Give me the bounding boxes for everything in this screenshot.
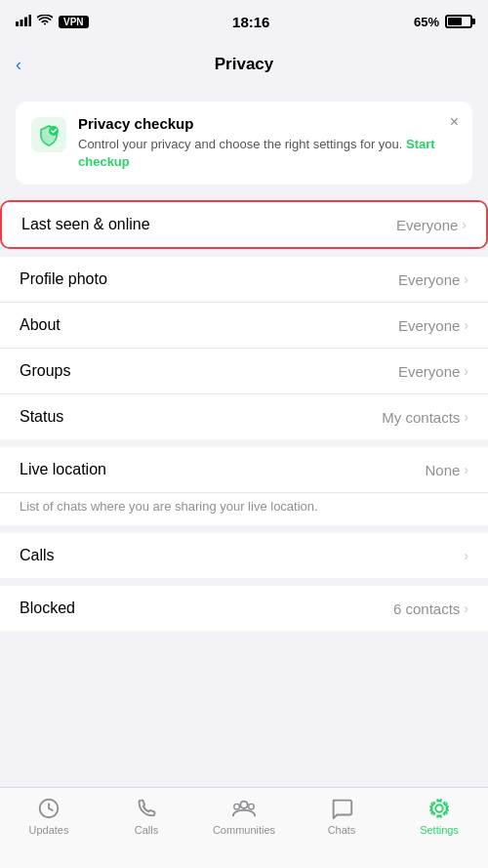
- last-seen-right: Everyone ›: [396, 217, 467, 233]
- tab-calls[interactable]: Calls: [98, 796, 195, 836]
- status-chevron: ›: [464, 409, 468, 425]
- svg-point-8: [234, 804, 240, 809]
- blocked-section: Blocked 6 contacts ›: [0, 586, 488, 631]
- profile-photo-value: Everyone: [398, 271, 460, 288]
- about-value: Everyone: [398, 317, 460, 334]
- calls-label: Calls: [20, 547, 55, 564]
- svg-point-10: [435, 805, 442, 811]
- live-location-right: None ›: [425, 462, 468, 478]
- blocked-item[interactable]: Blocked 6 contacts ›: [0, 586, 488, 631]
- battery-fill: [448, 18, 462, 25]
- groups-right: Everyone ›: [398, 363, 468, 380]
- updates-icon: [36, 796, 61, 821]
- calls-right: ›: [464, 548, 468, 563]
- blocked-right: 6 contacts ›: [393, 600, 468, 617]
- groups-label: Groups: [20, 362, 70, 380]
- profile-photo-chevron: ›: [464, 271, 468, 287]
- blocked-chevron: ›: [464, 600, 468, 616]
- tab-bar: Updates Calls Communities Chats: [0, 787, 488, 868]
- live-location-label: Live location: [20, 461, 106, 478]
- status-bar: VPN 18:16 65%: [0, 0, 488, 43]
- live-location-desc: List of chats where you are sharing your…: [0, 493, 488, 525]
- back-button[interactable]: ‹: [16, 55, 21, 75]
- profile-photo-right: Everyone ›: [398, 271, 468, 288]
- status-item[interactable]: Status My contacts ›: [0, 394, 488, 439]
- tab-chats-label: Chats: [328, 824, 356, 836]
- tab-updates[interactable]: Updates: [0, 796, 98, 836]
- page-title: Privacy: [215, 55, 274, 74]
- blocked-value: 6 contacts: [393, 600, 460, 617]
- last-seen-value: Everyone: [396, 217, 458, 233]
- status-left: VPN: [16, 15, 89, 29]
- tab-updates-label: Updates: [29, 824, 69, 836]
- communities-icon: [231, 796, 257, 821]
- about-item[interactable]: About Everyone ›: [0, 303, 488, 349]
- about-label: About: [20, 316, 61, 334]
- wifi-icon: [37, 15, 53, 29]
- live-location-section: Live location None › List of chats where…: [0, 447, 488, 525]
- status-right: My contacts ›: [382, 409, 468, 426]
- svg-rect-1: [20, 20, 23, 26]
- tab-chats[interactable]: Chats: [293, 796, 390, 836]
- status-time: 18:16: [232, 14, 269, 30]
- tab-communities-label: Communities: [213, 824, 275, 836]
- chats-icon: [329, 796, 354, 821]
- live-location-value: None: [425, 462, 460, 478]
- signal-icon: [16, 15, 31, 29]
- privacy-checkup-card: Privacy checkup Control your privacy and…: [16, 102, 472, 185]
- checkup-desc-text: Control your privacy and choose the righ…: [78, 137, 402, 151]
- calls-icon: [134, 796, 159, 821]
- last-seen-label: Last seen & online: [21, 216, 150, 233]
- calls-section: Calls ›: [0, 533, 488, 578]
- content-area: Privacy checkup Control your privacy and…: [0, 86, 488, 721]
- svg-point-7: [240, 802, 247, 808]
- status-label: Status: [20, 408, 63, 426]
- profile-photo-item[interactable]: Profile photo Everyone ›: [0, 257, 488, 303]
- svg-rect-0: [16, 21, 19, 26]
- tab-settings[interactable]: Settings: [390, 796, 488, 836]
- status-value: My contacts: [382, 409, 460, 426]
- profile-photo-label: Profile photo: [20, 270, 107, 288]
- tab-communities[interactable]: Communities: [195, 796, 293, 836]
- tab-calls-label: Calls: [135, 824, 158, 836]
- vpn-badge: VPN: [59, 16, 89, 28]
- status-right: 65%: [414, 15, 472, 29]
- blocked-label: Blocked: [20, 599, 75, 617]
- battery-percent: 65%: [414, 15, 439, 29]
- tab-settings-label: Settings: [420, 824, 459, 836]
- nav-header: ‹ Privacy: [0, 43, 488, 86]
- svg-point-9: [249, 804, 255, 809]
- checkup-title: Privacy checkup: [78, 115, 457, 132]
- checkup-close-button[interactable]: ×: [450, 113, 459, 131]
- svg-rect-3: [29, 15, 32, 26]
- groups-item[interactable]: Groups Everyone ›: [0, 349, 488, 394]
- live-location-chevron: ›: [464, 462, 468, 477]
- visibility-section: Profile photo Everyone › About Everyone …: [0, 257, 488, 439]
- calls-chevron: ›: [464, 548, 468, 563]
- checkup-text: Privacy checkup Control your privacy and…: [78, 115, 457, 171]
- battery-icon: [445, 15, 472, 28]
- svg-rect-2: [24, 17, 27, 26]
- groups-chevron: ›: [464, 363, 468, 379]
- groups-value: Everyone: [398, 363, 460, 380]
- last-seen-item[interactable]: Last seen & online Everyone ›: [2, 202, 486, 247]
- settings-icon: [427, 796, 452, 821]
- last-seen-chevron: ›: [462, 217, 467, 232]
- calls-item[interactable]: Calls ›: [0, 533, 488, 578]
- about-chevron: ›: [464, 317, 468, 333]
- checkup-desc: Control your privacy and choose the righ…: [78, 136, 457, 171]
- last-seen-section: Last seen & online Everyone ›: [0, 200, 488, 249]
- checkup-icon: [31, 117, 66, 152]
- about-right: Everyone ›: [398, 317, 468, 334]
- live-location-item[interactable]: Live location None ›: [0, 447, 488, 493]
